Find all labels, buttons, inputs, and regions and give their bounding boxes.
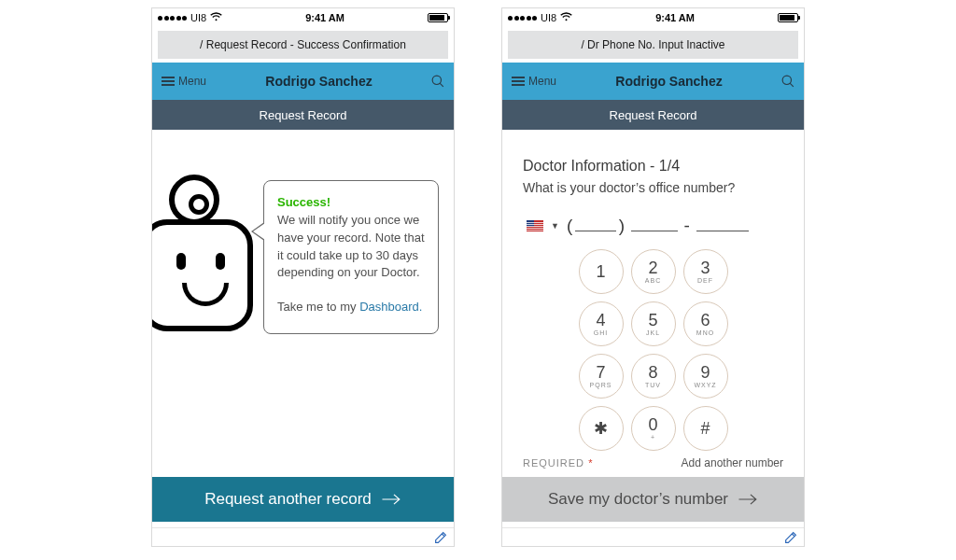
- dashboard-link[interactable]: Dashboard.: [359, 300, 422, 314]
- keypad-key-1[interactable]: 1: [579, 249, 624, 294]
- page-title: Rodrigo Sanchez: [265, 74, 372, 89]
- keypad-key-9[interactable]: 9WXYZ: [683, 354, 728, 399]
- keypad-key-8[interactable]: 8TUV: [631, 354, 676, 399]
- signal-dots-icon: [158, 16, 187, 21]
- form-question: What is your doctor’s office number?: [523, 180, 783, 195]
- menu-button[interactable]: Menu: [512, 75, 556, 88]
- success-body: We will notify you once we have your rec…: [277, 213, 425, 280]
- required-label: REQUIRED *: [523, 457, 593, 469]
- signal-dots-icon: [508, 16, 537, 21]
- battery-icon: [428, 13, 448, 22]
- status-bar: UI8 9:41 AM: [152, 8, 454, 27]
- keypad-key-0[interactable]: 0+: [631, 406, 676, 451]
- app-header: Menu Rodrigo Sanchez: [502, 63, 804, 100]
- breadcrumb: / Request Record - Success Confirmation: [158, 31, 448, 59]
- wifi-icon: [210, 12, 222, 23]
- keypad-key-hash[interactable]: #: [683, 406, 728, 451]
- keypad-key-4[interactable]: 4GHI: [579, 301, 624, 346]
- add-another-number-link[interactable]: Add another number: [682, 456, 783, 469]
- search-button[interactable]: [431, 75, 444, 88]
- compose-icon[interactable]: [783, 530, 798, 545]
- chevron-down-icon[interactable]: ▼: [551, 221, 559, 231]
- breadcrumb: / Dr Phone No. Input Inactive: [508, 31, 798, 59]
- sub-header: Request Record: [152, 100, 454, 130]
- menu-label: Menu: [528, 75, 556, 88]
- take-me-prefix: Take me to my: [277, 300, 359, 314]
- app-header: Menu Rodrigo Sanchez: [152, 63, 454, 100]
- clock-label: 9:41 AM: [655, 12, 695, 23]
- keypad-key-7[interactable]: 7PQRS: [579, 354, 624, 399]
- flag-us-icon: [527, 220, 543, 231]
- keypad-key-star[interactable]: ✱: [579, 406, 624, 451]
- sub-header: Request Record: [502, 100, 804, 130]
- success-label: Success!: [277, 194, 425, 212]
- numeric-keypad: 1 2ABC 3DEF 4GHI 5JKL 6MNO 7PQRS 8TUV 9W…: [574, 249, 733, 451]
- keypad-key-2[interactable]: 2ABC: [631, 249, 676, 294]
- bottom-strip: [152, 527, 454, 546]
- wifi-icon: [560, 12, 572, 23]
- menu-label: Menu: [178, 75, 206, 88]
- menu-button[interactable]: Menu: [162, 75, 206, 88]
- keypad-key-3[interactable]: 3DEF: [683, 249, 728, 294]
- search-button[interactable]: [781, 75, 794, 88]
- carrier-label: UI8: [190, 12, 206, 23]
- phone-number-input[interactable]: ▼ ( ) -: [523, 216, 783, 236]
- page-title: Rodrigo Sanchez: [615, 74, 722, 89]
- screen-success: UI8 9:41 AM / Request Record - Success C…: [151, 7, 455, 547]
- arrow-right-icon: [738, 492, 758, 507]
- keypad-key-5[interactable]: 5JKL: [631, 301, 676, 346]
- keypad-key-6[interactable]: 6MNO: [683, 301, 728, 346]
- arrow-right-icon: [381, 492, 401, 507]
- form-step-title: Doctor Information - 1/4: [523, 158, 783, 175]
- hamburger-icon: [162, 77, 175, 86]
- success-message-bubble: Success! We will notify you once we have…: [263, 180, 439, 334]
- doctor-illustration-icon: [152, 171, 262, 348]
- bottom-strip: [502, 527, 804, 546]
- cta-label: Request another record: [204, 490, 372, 509]
- hamburger-icon: [512, 77, 525, 86]
- status-bar: UI8 9:41 AM: [502, 8, 804, 27]
- screen-phone-input: UI8 9:41 AM / Dr Phone No. Input Inactiv…: [501, 7, 805, 547]
- request-another-record-button[interactable]: Request another record: [152, 477, 454, 522]
- carrier-label: UI8: [541, 12, 556, 23]
- compose-icon[interactable]: [433, 530, 448, 545]
- cta-label: Save my doctor’s number: [548, 490, 728, 509]
- battery-icon: [778, 13, 798, 22]
- clock-label: 9:41 AM: [305, 12, 344, 23]
- phone-template: ( ) -: [567, 216, 749, 236]
- save-doctor-number-button[interactable]: Save my doctor’s number: [502, 477, 804, 522]
